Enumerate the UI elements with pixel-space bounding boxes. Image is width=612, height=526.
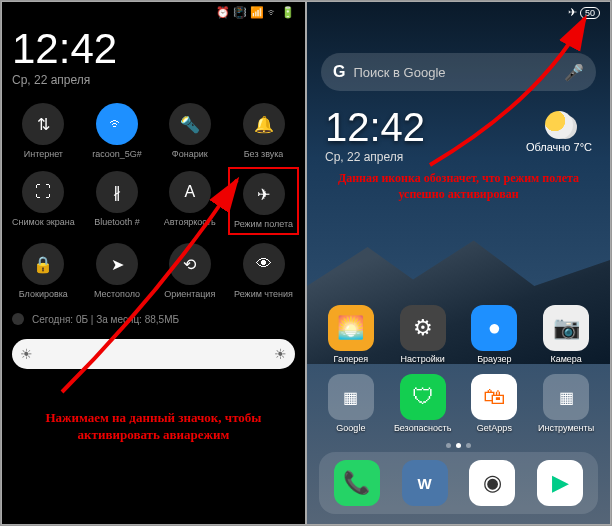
- app-camera[interactable]: 📷Камера: [534, 305, 598, 364]
- nav-icon: ➤: [96, 243, 138, 285]
- eye-icon: 👁: [243, 243, 285, 285]
- brightness-high-icon: ☀: [274, 346, 287, 362]
- search-bar[interactable]: G 🎤: [321, 53, 596, 91]
- globe-icon: ●: [471, 305, 517, 351]
- clock-time: 12:42: [2, 23, 305, 73]
- clock-date: Ср, 22 апреля: [2, 73, 305, 95]
- app-browser[interactable]: ●Браузер: [463, 305, 527, 364]
- chrome-icon: ◉: [469, 460, 515, 506]
- tile-mute[interactable]: 🔔Без звука: [228, 99, 299, 163]
- bell-icon: 🔔: [243, 103, 285, 145]
- gallery-icon: 🌅: [328, 305, 374, 351]
- lock-icon: 🔒: [22, 243, 64, 285]
- folder-icon: ▦: [328, 374, 374, 420]
- tile-reading[interactable]: 👁Режим чтения: [228, 239, 299, 303]
- app-row-2: ▦Google 🛡Безопасность 🛍GetApps ▦Инструме…: [319, 374, 598, 433]
- flashlight-icon: 🔦: [169, 103, 211, 145]
- screenshot-icon: ⛶: [22, 171, 64, 213]
- statusbar-left: ⏰ 📳 📶 ᯤ 🔋: [2, 2, 305, 23]
- airplane-icon: ✈: [243, 173, 285, 215]
- bluetooth-icon: ∦: [96, 171, 138, 213]
- tile-autobright[interactable]: AАвтояркость: [155, 167, 224, 235]
- dock-phone[interactable]: 📞: [327, 460, 387, 506]
- app-security[interactable]: 🛡Безопасность: [391, 374, 455, 433]
- wifi-icon: ᯤ: [96, 103, 138, 145]
- tile-airplane[interactable]: ✈Режим полета: [228, 167, 299, 235]
- bag-icon: 🛍: [471, 374, 517, 420]
- annotation-right: Данная иконка обозначет, что режим полет…: [307, 167, 610, 206]
- app-settings[interactable]: ⚙Настройки: [391, 305, 455, 364]
- brightness-low-icon: ☀: [20, 346, 33, 362]
- home-date: Ср, 22 апреля: [325, 150, 425, 164]
- search-input[interactable]: [353, 65, 556, 80]
- launcher: 🌅Галерея ⚙Настройки ●Браузер 📷Камера ▦Go…: [307, 297, 610, 524]
- tile-location[interactable]: ➤Местополо: [83, 239, 152, 303]
- status-icons-right: ✈ 50: [568, 6, 600, 19]
- folder-icon: ▦: [543, 374, 589, 420]
- phone-icon: 📞: [334, 460, 380, 506]
- dock-chrome[interactable]: ◉: [463, 460, 523, 506]
- page-indicator[interactable]: [319, 443, 598, 448]
- app-getapps[interactable]: 🛍GetApps: [463, 374, 527, 433]
- dock-play[interactable]: ▶: [530, 460, 590, 506]
- weather-widget[interactable]: Облачно 7°C: [526, 105, 592, 153]
- dock: 📞 W ◉ ▶: [319, 452, 598, 514]
- gear-icon: ⚙: [400, 305, 446, 351]
- auto-a-icon: A: [169, 171, 211, 213]
- mic-icon[interactable]: 🎤: [564, 63, 584, 82]
- tile-flashlight[interactable]: 🔦Фонарик: [155, 99, 224, 163]
- tile-internet[interactable]: ⇅Интернет: [8, 99, 79, 163]
- camera-icon: 📷: [543, 305, 589, 351]
- arrows-icon: ⇅: [22, 103, 64, 145]
- app-row-1: 🌅Галерея ⚙Настройки ●Браузер 📷Камера: [319, 305, 598, 364]
- tile-screenshot[interactable]: ⛶Снимок экрана: [8, 167, 79, 235]
- quick-settings-grid: ⇅Интернет ᯤracoon_5G# 🔦Фонарик 🔔Без звук…: [2, 95, 305, 307]
- tile-orientation[interactable]: ⟲Ориентация: [155, 239, 224, 303]
- status-icons: ⏰ 📳 📶 ᯤ 🔋: [216, 6, 295, 19]
- home-clock: 12:42 Ср, 22 апреля Облачно 7°C: [307, 99, 610, 170]
- dock-vk[interactable]: W: [395, 460, 455, 506]
- tile-wifi[interactable]: ᯤracoon_5G#: [83, 99, 152, 163]
- app-google-folder[interactable]: ▦Google: [319, 374, 383, 433]
- google-g-icon: G: [333, 63, 345, 81]
- statusbar-right: ✈ 50: [307, 2, 610, 23]
- play-icon: ▶: [537, 460, 583, 506]
- data-usage-row[interactable]: Сегодня: 0Б | За месяц: 88,5МБ: [2, 307, 305, 331]
- weather-icon: [545, 111, 573, 139]
- app-gallery[interactable]: 🌅Галерея: [319, 305, 383, 364]
- tile-lock[interactable]: 🔒Блокировка: [8, 239, 79, 303]
- rotate-icon: ⟲: [169, 243, 211, 285]
- home-time: 12:42: [325, 105, 425, 150]
- tile-bluetooth[interactable]: ∦Bluetooth #: [83, 167, 152, 235]
- shield-icon: 🛡: [400, 374, 446, 420]
- brightness-slider[interactable]: ☀ ☀: [12, 339, 295, 369]
- phone-right-homescreen: ✈ 50 G 🎤 12:42 Ср, 22 апреля Облачно 7°C…: [306, 1, 611, 525]
- app-tools-folder[interactable]: ▦Инструменты: [534, 374, 598, 433]
- vk-icon: W: [402, 460, 448, 506]
- phone-left-quicksettings: ⏰ 📳 📶 ᯤ 🔋 12:42 Ср, 22 апреля ⇅Интернет …: [1, 1, 306, 525]
- annotation-left: Нажимаем на данный значок, чтобы активир…: [2, 400, 305, 454]
